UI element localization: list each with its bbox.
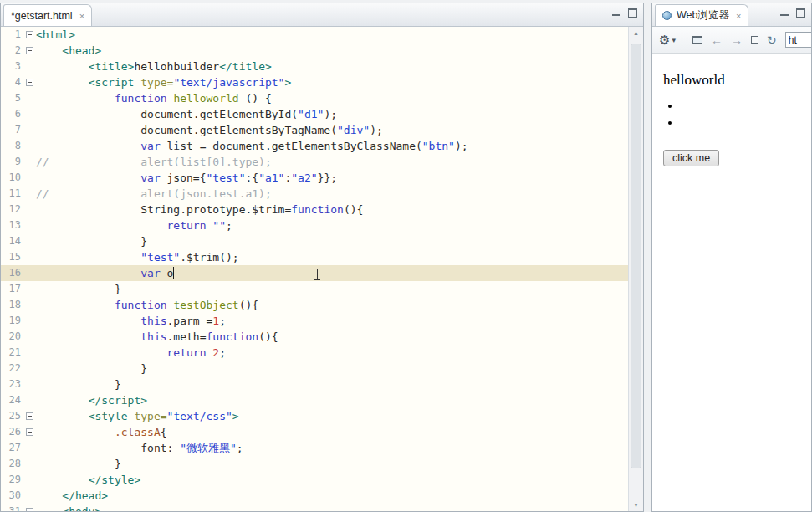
line-number[interactable]: 28 <box>1 456 23 472</box>
stop-button[interactable] <box>751 36 758 44</box>
code-editor[interactable]: 1<html>2 <head>3 <title>hellohbuilder</t… <box>1 27 628 511</box>
editor-vertical-scrollbar[interactable]: ▲ ▼ <box>628 27 643 511</box>
line-number[interactable]: 12 <box>1 202 23 218</box>
scroll-up-button[interactable]: ▲ <box>629 27 643 39</box>
line-number[interactable]: 8 <box>1 138 23 154</box>
code-line[interactable]: 3 <title>hellohbuilder</title> <box>1 59 628 74</box>
fold-toggle-icon[interactable] <box>23 412 36 420</box>
fold-toggle-icon[interactable] <box>23 47 36 54</box>
close-icon[interactable]: × <box>79 11 84 21</box>
code-line[interactable]: 2 <head> <box>1 43 628 59</box>
code-line[interactable]: 23 } <box>1 376 628 392</box>
code-line[interactable]: 4 <script type="text/javascript"> <box>1 74 628 90</box>
line-number[interactable]: 27 <box>1 440 23 456</box>
line-number[interactable]: 14 <box>1 233 23 249</box>
line-number[interactable]: 31 <box>1 504 23 511</box>
code-line[interactable]: 22 } <box>1 361 628 376</box>
fold-toggle-icon[interactable] <box>23 508 36 511</box>
code-line[interactable]: 19 this.parm =1; <box>1 313 628 329</box>
line-number[interactable]: 21 <box>1 345 23 361</box>
code-line[interactable]: 16 var o <box>1 265 628 281</box>
fold-toggle-icon[interactable] <box>23 31 36 38</box>
line-number[interactable]: 18 <box>1 297 23 313</box>
code-text: font: "微软雅黑"; <box>36 440 628 456</box>
code-line[interactable]: 27 font: "微软雅黑"; <box>1 440 628 456</box>
line-number[interactable]: 4 <box>1 74 23 90</box>
line-number[interactable]: 25 <box>1 408 23 424</box>
code-line[interactable]: 7 document.getElementsByTagName("div"); <box>1 122 628 138</box>
scrollbar-thumb[interactable] <box>631 44 641 468</box>
line-number[interactable]: 9 <box>1 154 23 170</box>
code-line[interactable]: 6 document.getElementById("d1"); <box>1 106 628 122</box>
code-line[interactable]: 30 </head> <box>1 488 628 504</box>
refresh-button[interactable]: ↻ <box>767 34 777 46</box>
line-number[interactable]: 30 <box>1 488 23 504</box>
code-line[interactable]: 26 .classA{ <box>1 424 628 440</box>
fold-toggle-icon[interactable] <box>23 79 36 86</box>
browser-tabbar: Web浏览器 × <box>652 3 811 27</box>
url-input[interactable] <box>785 32 811 48</box>
code-line[interactable]: 9// alert(list[0].type); <box>1 154 628 170</box>
code-line[interactable]: 29 </style> <box>1 472 628 488</box>
code-line[interactable]: 10 var json={"test":{"a1":"a2"}}; <box>1 170 628 186</box>
line-number[interactable]: 13 <box>1 218 23 233</box>
line-number[interactable]: 1 <box>1 27 23 43</box>
code-line[interactable]: 11// alert(json.test.a1); <box>1 186 628 202</box>
panel-sash[interactable] <box>644 3 651 512</box>
maximize-icon[interactable] <box>628 8 637 18</box>
line-number[interactable]: 16 <box>1 265 23 281</box>
minimize-icon[interactable] <box>780 9 789 17</box>
code-line[interactable]: 21 return 2; <box>1 345 628 361</box>
code-text: function helloworld () { <box>36 90 628 106</box>
close-icon[interactable]: × <box>736 11 741 21</box>
code-line[interactable]: 17 } <box>1 281 628 297</box>
line-number[interactable]: 3 <box>1 59 23 74</box>
line-number[interactable]: 6 <box>1 106 23 122</box>
code-line[interactable]: 31 <body> <box>1 504 628 511</box>
line-number[interactable]: 19 <box>1 313 23 329</box>
settings-button[interactable]: ⚙ ▾ <box>659 33 676 46</box>
scrollbar-track[interactable] <box>629 39 643 499</box>
line-number[interactable]: 2 <box>1 43 23 59</box>
back-button[interactable]: ← <box>711 34 723 46</box>
line-number[interactable]: 24 <box>1 392 23 408</box>
code-text: this.parm =1; <box>36 313 628 329</box>
open-in-external-browser-button[interactable] <box>692 36 702 44</box>
code-line[interactable]: 15 "test".$trim(); <box>1 249 628 265</box>
click-me-button[interactable]: click me <box>663 150 719 166</box>
browser-window-icon <box>692 36 702 44</box>
fold-toggle-icon[interactable] <box>23 428 36 436</box>
code-text: </style> <box>36 472 628 488</box>
scroll-down-button[interactable]: ▼ <box>629 499 643 511</box>
line-number[interactable]: 7 <box>1 122 23 138</box>
code-text: <title>hellohbuilder</title> <box>36 59 628 74</box>
tab-web-browser[interactable]: Web浏览器 × <box>655 4 748 26</box>
line-number[interactable]: 29 <box>1 472 23 488</box>
line-number[interactable]: 26 <box>1 424 23 440</box>
maximize-icon[interactable] <box>796 8 805 18</box>
code-line[interactable]: 5 function helloworld () { <box>1 90 628 106</box>
tab-getstart-html[interactable]: *getstart.html × <box>3 4 92 26</box>
code-line[interactable]: 13 return ""; <box>1 218 628 233</box>
code-line[interactable]: 25 <style type="text/css"> <box>1 408 628 424</box>
line-number[interactable]: 17 <box>1 281 23 297</box>
line-number[interactable]: 20 <box>1 329 23 345</box>
code-line[interactable]: 24 </script> <box>1 392 628 408</box>
forward-button[interactable]: → <box>731 34 743 46</box>
code-line[interactable]: 20 this.meth=function(){ <box>1 329 628 345</box>
web-browser-panel: Web浏览器 × ⚙ ▾ ← → ↻ <box>651 3 812 512</box>
code-line[interactable]: 1<html> <box>1 27 628 43</box>
code-line[interactable]: 18 function testObject(){ <box>1 297 628 313</box>
line-number[interactable]: 10 <box>1 170 23 186</box>
line-number[interactable]: 5 <box>1 90 23 106</box>
code-line[interactable]: 12 String.prototype.$trim=function(){ <box>1 202 628 218</box>
line-number[interactable]: 23 <box>1 376 23 392</box>
code-line[interactable]: 28 } <box>1 456 628 472</box>
minimize-icon[interactable] <box>612 9 620 17</box>
line-number[interactable]: 11 <box>1 186 23 202</box>
line-number[interactable]: 22 <box>1 361 23 376</box>
code-text: } <box>36 376 628 392</box>
code-line[interactable]: 14 } <box>1 233 628 249</box>
line-number[interactable]: 15 <box>1 249 23 265</box>
code-line[interactable]: 8 var list = document.getElementsByClass… <box>1 138 628 154</box>
